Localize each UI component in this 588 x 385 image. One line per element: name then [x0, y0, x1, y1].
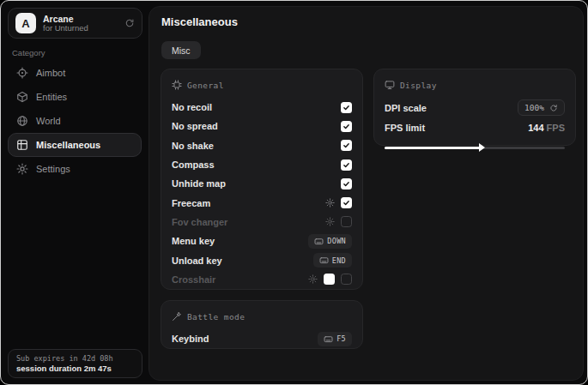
sidebar-nav: Aimbot Entities World: [1, 61, 149, 181]
setting-label: Menu key: [172, 236, 215, 246]
setting-label: Fov changer: [172, 217, 227, 227]
fps-slider[interactable]: [385, 144, 565, 151]
panel-header-label: General: [187, 81, 224, 90]
setting-label: No shake: [172, 141, 214, 151]
globe-icon: [16, 115, 28, 127]
slider-fill: [385, 147, 482, 149]
subscription-info: Sub expires in 42d 08h session duration …: [8, 349, 142, 378]
checkbox-compass[interactable]: [341, 159, 352, 171]
keybind-label: F5: [336, 334, 346, 343]
app-window: A Arcane for Unturned Category Aimbot: [0, 0, 588, 385]
refresh-icon[interactable]: [549, 104, 558, 112]
setting-label: No recoil: [172, 102, 212, 112]
keybind-label: END: [332, 256, 346, 265]
gear-icon[interactable]: [308, 274, 318, 284]
setting-row-compass: Compass: [172, 155, 352, 174]
setting-row-dpi-scale: DPI scale 100%: [385, 98, 565, 117]
keybind-badge-menu-key[interactable]: DOWN: [308, 234, 352, 249]
sidebar-item-entities[interactable]: Entities: [8, 85, 142, 109]
setting-label: Compass: [172, 159, 215, 170]
sidebar-item-label: Entities: [36, 92, 67, 102]
panel-display-header: Display: [385, 78, 565, 92]
setting-row-fov-changer: Fov changer: [172, 213, 352, 232]
dpi-scale-badge[interactable]: 100%: [518, 99, 565, 116]
sidebar-item-label: Aimbot: [36, 68, 65, 78]
sidebar-item-world[interactable]: World: [8, 109, 142, 133]
checkbox-no-shake[interactable]: [341, 140, 352, 151]
setting-label: Freecam: [172, 198, 210, 208]
monitor-icon: [385, 80, 395, 90]
brand-card[interactable]: A Arcane for Unturned: [8, 8, 142, 39]
cube-icon: [16, 91, 28, 103]
setting-row-no-shake: No shake: [172, 136, 352, 155]
panel-header-label: Battle mode: [187, 312, 245, 322]
setting-label: No spread: [172, 121, 218, 131]
tab-misc[interactable]: Misc: [161, 41, 201, 59]
gear-icon: [16, 163, 28, 175]
check-icon: [342, 161, 350, 169]
checkbox-fov-changer[interactable]: [341, 216, 352, 227]
keybind-badge-battle[interactable]: F5: [318, 332, 352, 346]
check-icon: [342, 123, 350, 130]
category-label: Category: [12, 48, 45, 57]
sidebar: A Arcane for Unturned Category Aimbot: [1, 1, 149, 384]
gear-icon[interactable]: [325, 217, 335, 226]
sidebar-item-label: Miscellaneous: [36, 140, 100, 150]
page-title: Miscellaneous: [161, 15, 238, 28]
sidebar-item-miscellaneous[interactable]: Miscellaneous: [8, 133, 142, 157]
setting-row-crosshair: Crosshair: [172, 270, 352, 289]
main-content: Miscellaneous Misc General No recoil: [149, 6, 584, 381]
session-duration-text: session duration 2m 47s: [16, 364, 134, 373]
setting-label: FPS limit: [385, 123, 425, 133]
checkbox-unhide-map[interactable]: [341, 178, 352, 189]
avatar: A: [15, 13, 36, 33]
checkbox-crosshair[interactable]: [341, 274, 352, 285]
chip-icon: [172, 80, 182, 90]
setting-label: Crosshair: [172, 274, 215, 285]
panel-battle-mode: Battle mode Keybind F5: [161, 300, 363, 349]
setting-row-unhide-map: Unhide map: [172, 174, 352, 193]
fps-unit: FPS: [547, 123, 565, 133]
panel-general-header: General: [172, 78, 352, 92]
keybind-label: DOWN: [327, 237, 346, 245]
wand-icon: [172, 311, 182, 322]
sidebar-item-label: World: [36, 116, 61, 126]
brand-name: Arcane: [43, 14, 118, 24]
setting-row-freecam: Freecam: [172, 193, 352, 212]
color-swatch[interactable]: [324, 274, 335, 285]
setting-label: Keybind: [172, 334, 209, 344]
keybind-badge-unload-key[interactable]: END: [313, 253, 352, 268]
check-icon: [342, 141, 350, 149]
fps-value: 144FPS: [528, 123, 565, 133]
grid-icon: [16, 139, 28, 151]
checkbox-no-recoil[interactable]: [341, 102, 352, 113]
checkbox-no-spread[interactable]: [341, 121, 352, 132]
setting-label: DPI scale: [385, 103, 427, 113]
sidebar-item-settings[interactable]: Settings: [8, 157, 142, 181]
setting-label: Unload key: [172, 256, 222, 266]
dpi-value: 100%: [524, 103, 544, 112]
sync-icon[interactable]: [124, 18, 135, 28]
setting-row-keybind: Keybind F5: [172, 329, 352, 348]
check-icon: [342, 104, 350, 111]
setting-row-no-spread: No spread: [172, 117, 352, 135]
brand-subtitle: for Unturned: [43, 24, 118, 33]
fps-number: 144: [528, 123, 543, 133]
gear-icon[interactable]: [325, 198, 335, 208]
setting-row-unload-key: Unload key END: [172, 250, 352, 269]
setting-label: Unhide map: [172, 178, 226, 189]
setting-row-no-recoil: No recoil: [172, 98, 352, 117]
sidebar-item-aimbot[interactable]: Aimbot: [8, 61, 142, 85]
keyboard-icon: [314, 237, 324, 246]
crosshair-icon: [16, 67, 28, 79]
checkbox-freecam[interactable]: [341, 197, 352, 208]
panel-display: Display DPI scale 100% FPS limit 144FPS: [373, 69, 576, 146]
panel-header-label: Display: [400, 81, 437, 90]
sidebar-item-label: Settings: [36, 164, 70, 174]
panel-general: General No recoil No spread: [161, 69, 363, 290]
setting-row-fps-limit: FPS limit 144FPS: [385, 117, 565, 137]
check-icon: [342, 199, 350, 207]
keyboard-icon: [319, 256, 329, 265]
slider-thumb[interactable]: [479, 143, 485, 152]
sub-expiry-text: Sub expires in 42d 08h: [16, 354, 134, 363]
